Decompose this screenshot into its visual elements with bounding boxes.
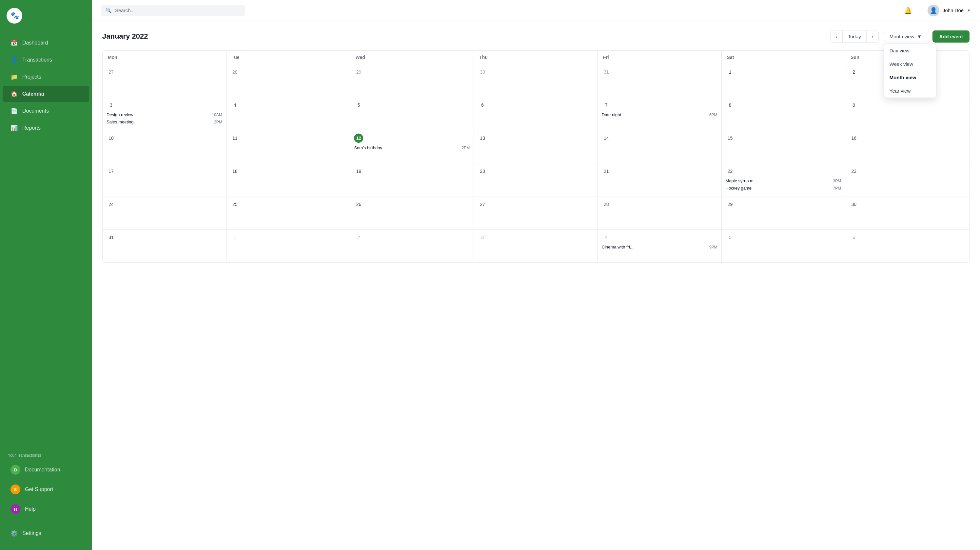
calendar-day[interactable]: 31	[598, 64, 722, 97]
sidebar-item-documents[interactable]: 📄Documents	[3, 103, 89, 119]
day-number: 18	[231, 166, 240, 176]
add-event-button[interactable]: Add event	[932, 30, 969, 43]
calendar-event[interactable]: Date night6PM	[602, 112, 718, 118]
calendar-day[interactable]: 5	[722, 230, 846, 262]
calendar-event[interactable]: Sales meeting2PM	[107, 119, 222, 125]
event-name: Date night	[602, 112, 621, 117]
user-menu[interactable]: 👤 John Doe ▼	[928, 5, 971, 16]
calendar-day[interactable]: 30	[845, 197, 969, 229]
calendar-title: January 2022	[102, 32, 825, 41]
sidebar-item-settings[interactable]: ⚙️Settings	[3, 525, 89, 542]
day-number: 5	[725, 233, 735, 242]
search-icon: 🔍	[105, 8, 112, 13]
calendar-day[interactable]: 5	[350, 97, 474, 130]
event-time: 2PM	[461, 146, 470, 150]
calendar-icon: 🏠	[11, 90, 18, 98]
calendar-day[interactable]: 1	[722, 64, 846, 97]
calendar-event[interactable]: Sam's birthday ...2PM	[354, 145, 470, 151]
day-number: 17	[107, 166, 116, 176]
event-time: 7PM	[833, 186, 842, 190]
calendar-day[interactable]: 2	[350, 230, 474, 262]
day-number: 29	[354, 67, 363, 77]
view-option-day[interactable]: Day view	[884, 44, 936, 57]
next-button[interactable]: ›	[867, 30, 878, 42]
day-number: 25	[231, 200, 240, 209]
calendar-day[interactable]: 24	[103, 197, 226, 229]
calendar-day[interactable]: 6	[845, 230, 969, 262]
calendar-day[interactable]: 1	[226, 230, 350, 262]
calendar-day[interactable]: 6	[474, 97, 598, 130]
sidebar-item-dashboard[interactable]: 📅Dashboard	[3, 35, 89, 51]
calendar-event[interactable]: Design review10AM	[107, 112, 222, 118]
view-option-year[interactable]: Year view	[884, 84, 936, 98]
event-name: Cinema with fri...	[602, 244, 633, 249]
prev-button[interactable]: ‹	[830, 30, 842, 42]
calendar-day[interactable]: 17	[103, 163, 226, 196]
sidebar-item-reports[interactable]: 📊Reports	[3, 120, 89, 136]
calendar-day[interactable]: 27	[474, 197, 598, 229]
sidebar-item-projects[interactable]: 📁Projects	[3, 69, 89, 85]
sidebar-item-label: Documents	[22, 108, 49, 114]
day-number: 28	[602, 200, 611, 209]
day-number: 13	[478, 133, 487, 143]
calendar-day[interactable]: 13	[474, 130, 598, 163]
sidebar-item-label: Projects	[22, 74, 41, 80]
calendar-day[interactable]: 28	[226, 64, 350, 97]
sidebar-item-documentation[interactable]: DDocumentation	[3, 460, 89, 479]
calendar-day[interactable]: 26	[350, 197, 474, 229]
calendar-day[interactable]: 7Date night6PM	[598, 97, 722, 130]
sidebar-navigation: 📅Dashboard👤Transactions📁Projects🏠Calenda…	[0, 32, 92, 449]
calendar-day[interactable]: 25	[226, 197, 350, 229]
calendar-day[interactable]: 12Sam's birthday ...2PM	[350, 130, 474, 163]
calendar-day[interactable]: 31	[103, 230, 226, 262]
calendar-day[interactable]: 29	[722, 197, 846, 229]
sidebar-item-help[interactable]: HHelp	[3, 499, 89, 518]
sidebar-item-label: Calendar	[22, 91, 45, 97]
notification-bell[interactable]: 🔔	[902, 5, 914, 16]
view-option-week[interactable]: Week view	[884, 57, 936, 71]
calendar-event[interactable]: Maple syrup m...3PM	[725, 178, 842, 184]
calendar-day[interactable]: 9	[845, 97, 969, 130]
calendar-day[interactable]: 11	[226, 130, 350, 163]
sidebar-item-label: Dashboard	[22, 40, 48, 46]
search-bar[interactable]: 🔍	[101, 5, 245, 16]
calendar-week-2: 101112Sam's birthday ...2PM13141516	[103, 130, 969, 163]
calendar-header: January 2022 ‹ Today › Month view ▼ Day …	[102, 30, 969, 43]
calendar-day[interactable]: 14	[598, 130, 722, 163]
avatar: 👤	[928, 5, 939, 16]
calendar-day[interactable]: 28	[598, 197, 722, 229]
sidebar-item-transactions[interactable]: 👤Transactions	[3, 52, 89, 68]
calendar-day[interactable]: 16	[845, 130, 969, 163]
calendar-day[interactable]: 27	[103, 64, 226, 97]
calendar-event[interactable]: Hockey game7PM	[725, 185, 842, 191]
calendar-day[interactable]: 10	[103, 130, 226, 163]
sidebar-item-label: Settings	[22, 530, 41, 536]
calendar-event[interactable]: Cinema with fri...9PM	[602, 244, 718, 250]
event-time: 2PM	[214, 120, 222, 124]
calendar-day[interactable]: 4Cinema with fri...9PM	[598, 230, 722, 262]
calendar-day[interactable]: 21	[598, 163, 722, 196]
calendar-day[interactable]: 23	[845, 163, 969, 196]
calendar-day[interactable]: 18	[226, 163, 350, 196]
search-input[interactable]	[115, 8, 240, 13]
calendar-week-5: 311234Cinema with fri...9PM56	[103, 230, 969, 262]
sidebar-item-calendar[interactable]: 🏠Calendar	[3, 86, 89, 102]
calendar-day[interactable]: 3	[474, 230, 598, 262]
calendar-day[interactable]: 22Maple syrup m...3PMHockey game7PM	[722, 163, 846, 196]
calendar-day[interactable]: 4	[226, 97, 350, 130]
calendar-day[interactable]: 15	[722, 130, 846, 163]
calendar-day[interactable]: 20	[474, 163, 598, 196]
calendar-day[interactable]: 19	[350, 163, 474, 196]
view-dropdown-button[interactable]: Month view ▼	[884, 31, 928, 42]
calendar-day[interactable]: 29	[350, 64, 474, 97]
view-option-month[interactable]: Month view	[884, 71, 936, 84]
event-time: 9PM	[709, 245, 718, 249]
calendar-day[interactable]: 30	[474, 64, 598, 97]
view-label: Month view	[889, 34, 915, 39]
calendar-day[interactable]: 3Design review10AMSales meeting2PM	[103, 97, 226, 130]
sidebar-item-get-support[interactable]: SGet Support	[3, 480, 89, 499]
calendar-day[interactable]: 8	[722, 97, 846, 130]
avatar-documentation: D	[11, 465, 20, 475]
weekday-thu: Thu	[474, 51, 598, 64]
today-button[interactable]: Today	[842, 31, 867, 42]
